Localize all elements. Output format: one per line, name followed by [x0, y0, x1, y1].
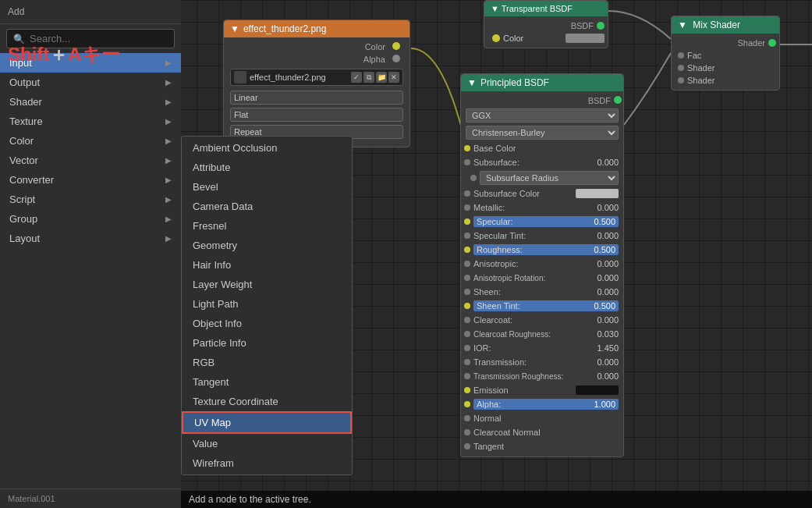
clearcoat-normal-label: Clearcoat Normal — [473, 428, 619, 437]
specular-slider[interactable]: Specular: 0.500 — [473, 216, 619, 227]
ior-value: 1.450 — [597, 343, 619, 353]
sidebar-item-script[interactable]: Script ▶ — [0, 190, 181, 209]
output-alpha-socket[interactable] — [392, 55, 400, 62]
dropdown-item-particle-info[interactable]: Particle Info — [182, 333, 352, 353]
mix-fac-dot — [678, 52, 684, 59]
copy-icon[interactable]: ⧉ — [363, 72, 374, 83]
arrow-icon: ▶ — [165, 195, 172, 204]
input-dropdown-menu: Ambient Occlusion Attribute Bevel Camera… — [181, 136, 353, 475]
output-color-socket[interactable] — [392, 42, 400, 50]
sidebar-item-color[interactable]: Color ▶ — [0, 131, 181, 151]
interpolation-select[interactable]: Linear — [230, 91, 403, 105]
dropdown-item-rgb[interactable]: RGB — [182, 353, 352, 372]
shortcut-display: Shift＋Aキー — [8, 42, 120, 67]
transparent-bsdf-socket[interactable] — [597, 22, 605, 30]
shortcut-plus: ＋ — [49, 44, 68, 65]
collapse-icon[interactable]: ▼ — [230, 23, 239, 34]
node-transparent-body: BSDF Color — [484, 16, 608, 48]
dropdown-item-uv-map[interactable]: UV Map — [182, 411, 352, 434]
dropdown-item-geometry[interactable]: Geometry — [182, 236, 352, 255]
file-thumbnail-icon — [234, 71, 246, 83]
ggx-select[interactable]: GGX — [466, 108, 619, 123]
dropdown-item-texture-coordinate[interactable]: Texture Coordinate — [182, 392, 352, 411]
transmission-roughness-label: Transmission Roughness: — [473, 372, 597, 381]
sidebar: Add 🔍 Input ▶ Output ▶ Shader ▶ Texture … — [0, 0, 181, 508]
dropdown-item-camera-data[interactable]: Camera Data — [182, 197, 352, 216]
transparent-color-socket[interactable] — [492, 34, 500, 42]
dropdown-item-value[interactable]: Value — [182, 434, 352, 453]
sidebar-item-output[interactable]: Output ▶ — [0, 73, 181, 92]
bsdf-clearcoat-roughness-row: Clearcoat Roughness: 0.030 — [461, 327, 623, 341]
specular-tint-value: 0.000 — [597, 231, 619, 240]
anisotropic-rotation-dot — [464, 275, 470, 281]
node-principled-bsdf: ▼ Principled BSDF BSDF GGX Christensen-B… — [460, 73, 624, 457]
sheen-tint-slider[interactable]: Sheen Tint: 0.500 — [473, 300, 619, 311]
arrow-icon: ▶ — [165, 117, 172, 126]
dropdown-item-object-info[interactable]: Object Info — [182, 314, 352, 333]
bsdf-output-label: BSDF — [588, 96, 611, 105]
transparent-title: ▼ Transparent BSDF — [491, 4, 573, 13]
clearcoat-roughness-value: 0.030 — [597, 329, 619, 339]
bsdf-normal-row: Normal — [461, 411, 623, 425]
folder-icon[interactable]: 📁 — [376, 72, 387, 83]
dropdown-item-wirefram[interactable]: Wirefram — [182, 453, 352, 473]
roughness-value: 0.500 — [594, 245, 615, 254]
transmission-roughness-dot — [464, 373, 470, 379]
transparent-color-label: Color — [503, 34, 523, 43]
dropdown-item-attribute[interactable]: Attribute — [182, 158, 352, 177]
sidebar-item-layout[interactable]: Layout ▶ — [0, 229, 181, 248]
sidebar-item-converter[interactable]: Converter ▶ — [0, 170, 181, 190]
emission-dot — [464, 387, 470, 393]
subsurface-radius-dot — [470, 175, 477, 181]
dropdown-item-fresnel[interactable]: Fresnel — [182, 216, 352, 236]
roughness-slider[interactable]: Roughness: 0.500 — [473, 244, 619, 255]
dropdown-item-ambient-occlusion[interactable]: Ambient Occlusion — [182, 138, 352, 158]
node-image-texture: ▼ effect_thunder2.png Color Alpha effect… — [223, 20, 410, 147]
output-alpha-label: Alpha — [363, 55, 385, 64]
extend-select[interactable]: Flat — [230, 108, 403, 122]
collapse-bsdf-icon[interactable]: ▼ — [467, 77, 477, 88]
bsdf-title: Principled BSDF — [480, 77, 549, 88]
metallic-dot — [464, 204, 470, 211]
emission-label: Emission — [473, 385, 576, 395]
arrow-icon: ▶ — [165, 156, 172, 165]
metallic-label: Metallic: — [473, 203, 597, 212]
sidebar-item-shader[interactable]: Shader ▶ — [0, 92, 181, 112]
clearcoat-label: Clearcoat: — [473, 315, 597, 325]
bsdf-transmission-row: Transmission: 0.000 — [461, 355, 623, 369]
alpha-dot — [464, 401, 470, 407]
dropdown-item-light-path[interactable]: Light Path — [182, 294, 352, 314]
dropdown-item-bevel[interactable]: Bevel — [182, 177, 352, 197]
clearcoat-roughness-dot — [464, 331, 470, 337]
subsurface-radius-select[interactable]: Subsurface Radius — [480, 171, 619, 185]
close-icon[interactable]: ✕ — [388, 72, 399, 83]
bsdf-metallic-row: Metallic: 0.000 — [461, 201, 623, 215]
sidebar-item-vector[interactable]: Vector ▶ — [0, 151, 181, 170]
collapse-mix-icon[interactable]: ▼ — [678, 20, 687, 30]
normal-dot — [464, 415, 470, 421]
bsdf-output-socket[interactable] — [614, 96, 622, 104]
christensen-select[interactable]: Christensen-Burley — [466, 126, 619, 140]
sidebar-item-texture[interactable]: Texture ▶ — [0, 112, 181, 131]
transmission-roughness-value: 0.000 — [597, 371, 619, 381]
mix-shader1-label: Shader — [687, 63, 773, 73]
dropdown-item-hair-info[interactable]: Hair Info — [182, 255, 352, 275]
check-icon[interactable]: ✓ — [351, 72, 362, 83]
bsdf-subsurface-row: Subsurface: 0.000 — [461, 155, 623, 169]
sheen-tint-value: 0.500 — [594, 301, 615, 311]
bsdf-anisotropic-rotation-row: Anisotropic Rotation: 0.000 — [461, 271, 623, 285]
sidebar-item-group[interactable]: Group ▶ — [0, 209, 181, 229]
alpha-slider[interactable]: Alpha: 1.000 — [473, 399, 619, 410]
mix-title: Mix Shader — [693, 20, 740, 30]
dropdown-item-layer-weight[interactable]: Layer Weight — [182, 275, 352, 294]
base-color-label: Base Color — [473, 144, 619, 153]
bsdf-anisotropic-row: Anisotropic: 0.000 — [461, 257, 623, 271]
bsdf-transmission-roughness-row: Transmission Roughness: 0.000 — [461, 369, 623, 383]
mix-shader2-label: Shader — [687, 76, 773, 85]
mix-shader1-row: Shader — [675, 62, 776, 74]
mix-shader-output-socket[interactable] — [768, 39, 776, 47]
subsurface-color-dot — [464, 190, 470, 197]
bsdf-body: BSDF GGX Christensen-Burley Base Color S… — [461, 91, 623, 456]
christensen-dropdown-row: Christensen-Burley — [461, 124, 623, 141]
dropdown-item-tangent[interactable]: Tangent — [182, 372, 352, 392]
